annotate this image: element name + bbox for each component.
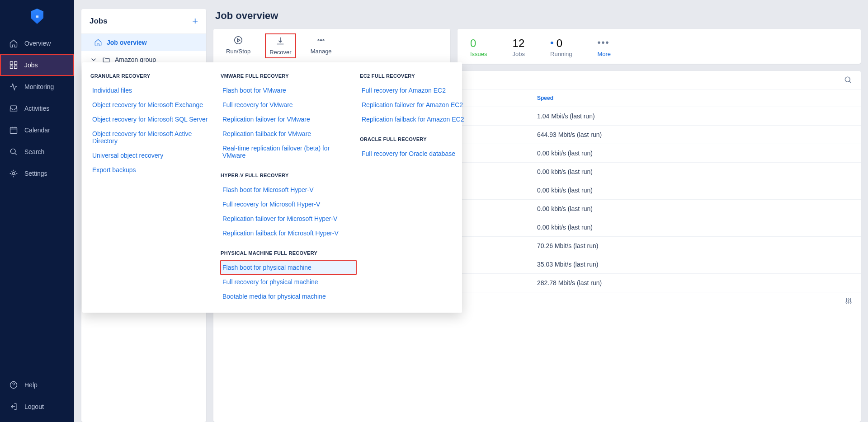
menu-heading: EC2 FULL RECOVERY	[360, 73, 468, 79]
recover-button[interactable]: Recover	[267, 35, 294, 56]
calendar-icon	[9, 126, 18, 135]
menu-item[interactable]: Full recovery for Oracle database	[360, 146, 468, 161]
svg-point-10	[321, 40, 322, 41]
menu-item[interactable]: Universal object recovery	[90, 148, 217, 163]
main-area: Jobs + Job overviewAmazon group Job over…	[74, 0, 868, 422]
stats-card: 0 Issues 12 Jobs 0 Running ••• More	[458, 29, 861, 64]
menu-item[interactable]: Replication failback for VMware	[221, 127, 356, 141]
svg-point-6	[13, 173, 15, 175]
menu-item[interactable]: Replication failback for Amazon EC2	[360, 112, 468, 127]
shield-icon: ≡	[31, 9, 43, 24]
recover-menu: GRANULAR RECOVERYIndividual filesObject …	[82, 62, 462, 313]
tree-job-overview[interactable]: Job overview	[81, 34, 206, 51]
nav-jobs[interactable]: Jobs	[0, 54, 74, 76]
menu-heading: HYPER-V FULL RECOVERY	[221, 173, 356, 178]
col-speed[interactable]: Speed	[537, 95, 850, 101]
svg-point-8	[235, 37, 242, 44]
menu-item[interactable]: Full recovery for physical machine	[221, 275, 356, 289]
menu-item[interactable]: Replication failback for Microsoft Hyper…	[221, 226, 356, 240]
svg-point-5	[10, 149, 15, 154]
nav-calendar[interactable]: Calendar	[0, 119, 74, 141]
svg-rect-4	[10, 127, 17, 133]
nav-help[interactable]: Help	[0, 374, 74, 396]
download-icon	[275, 36, 285, 46]
inbox-icon	[9, 104, 18, 113]
stat-more[interactable]: ••• More	[597, 38, 611, 57]
svg-point-12	[845, 77, 850, 82]
menu-item[interactable]: Flash boot for physical machine	[221, 260, 356, 275]
menu-item[interactable]: Flash boot for Microsoft Hyper-V	[221, 183, 356, 197]
activity-icon	[9, 82, 18, 91]
menu-item[interactable]: Replication failover for Amazon EC2	[360, 98, 468, 112]
menu-heading: PHYSICAL MACHINE FULL RECOVERY	[221, 250, 356, 256]
svg-rect-3	[14, 66, 17, 69]
nav-overview[interactable]: Overview	[0, 33, 74, 54]
menu-heading: GRANULAR RECOVERY	[90, 73, 217, 79]
jobs-panel-title: Jobs	[90, 17, 108, 26]
menu-heading: VMWARE FULL RECOVERY	[221, 73, 356, 79]
page-title: Job overview	[213, 9, 861, 22]
logo: ≡	[0, 0, 74, 33]
dots-icon	[316, 35, 326, 45]
stat-running[interactable]: 0 Running	[550, 37, 572, 57]
dots-icon: •••	[597, 38, 611, 48]
menu-item[interactable]: Real-time replication failover (beta) fo…	[221, 141, 356, 163]
menu-item[interactable]: Flash boot for VMware	[221, 83, 356, 98]
menu-item[interactable]: Replication failover for Microsoft Hyper…	[221, 211, 356, 226]
nav-monitoring[interactable]: Monitoring	[0, 76, 74, 98]
svg-point-11	[323, 40, 324, 41]
stat-issues[interactable]: 0 Issues	[470, 37, 487, 57]
nav-search[interactable]: Search	[0, 141, 74, 163]
manage-button[interactable]: Manage	[311, 35, 332, 56]
svg-point-9	[318, 40, 319, 41]
nav-settings[interactable]: Settings	[0, 163, 74, 184]
menu-heading: ORACLE FULL RECOVERY	[360, 136, 468, 142]
home-icon	[9, 39, 18, 48]
menu-item[interactable]: Individual files	[90, 83, 217, 98]
home-icon	[94, 38, 102, 47]
nav-activities[interactable]: Activities	[0, 98, 74, 119]
menu-item[interactable]: Full recovery for Microsoft Hyper-V	[221, 197, 356, 211]
play-icon	[233, 35, 243, 45]
menu-item[interactable]: Object recovery for Microsoft Active Dir…	[90, 127, 217, 148]
menu-item[interactable]: Bootable media for physical machine	[221, 289, 356, 304]
svg-rect-0	[10, 62, 13, 65]
search-icon[interactable]	[844, 75, 853, 84]
svg-rect-2	[10, 66, 13, 69]
sliders-icon[interactable]	[844, 297, 853, 305]
run-stop-button[interactable]: Run/Stop	[226, 35, 250, 56]
menu-item[interactable]: Replication failover for VMware	[221, 112, 356, 127]
search-icon	[9, 147, 18, 156]
logout-icon	[9, 402, 18, 411]
stat-jobs[interactable]: 12 Jobs	[513, 37, 525, 57]
left-nav: ≡ OverviewJobsMonitoringActivitiesCalend…	[0, 0, 74, 422]
help-icon	[9, 380, 18, 389]
menu-item[interactable]: Object recovery for Microsoft Exchange	[90, 98, 217, 112]
add-job-button[interactable]: +	[192, 15, 198, 27]
menu-item[interactable]: Full recovery for VMware	[221, 98, 356, 112]
grid-icon	[9, 61, 18, 70]
menu-item[interactable]: Export backups	[90, 163, 217, 177]
gear-icon	[9, 169, 18, 178]
menu-item[interactable]: Full recovery for Amazon EC2	[360, 83, 468, 98]
nav-logout[interactable]: Logout	[0, 396, 74, 417]
svg-rect-1	[14, 62, 17, 65]
menu-item[interactable]: Object recovery for Microsoft SQL Server	[90, 112, 217, 127]
toolbar-card: Run/Stop Recover Manage GRANULAR RECOVER…	[213, 29, 450, 64]
